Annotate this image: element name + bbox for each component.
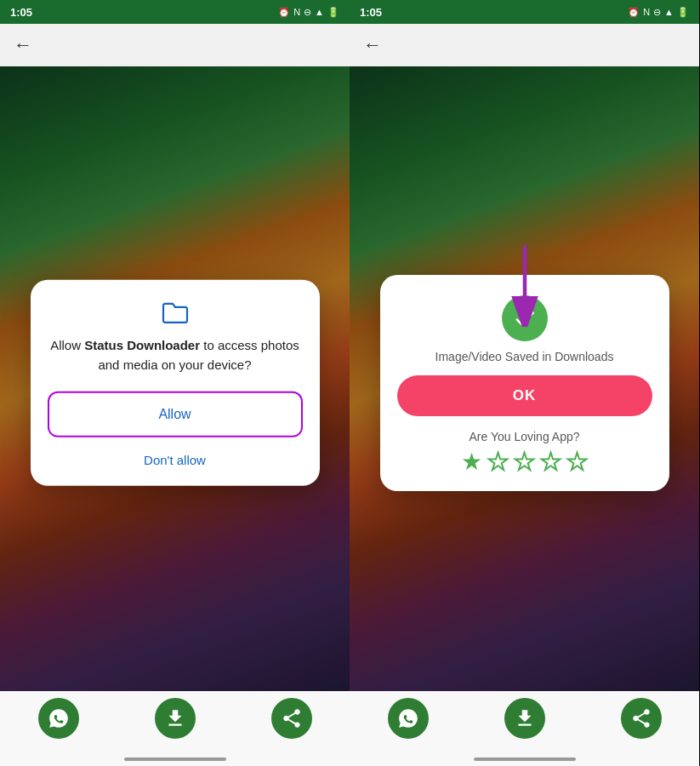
star-5[interactable]: ★ xyxy=(566,450,588,474)
nfc-icon-right: N xyxy=(643,7,650,17)
star-1[interactable]: ★ xyxy=(461,450,482,474)
dnd-icon-right: ⊖ xyxy=(653,7,661,18)
home-indicator-right xyxy=(350,752,699,766)
star-4[interactable]: ★ xyxy=(540,450,561,474)
phone-panel-left: 1:05 ⏰ N ⊖ ▲ 🔋 ← Allow Status Downloader… xyxy=(0,0,350,766)
home-bar-right xyxy=(474,757,576,761)
rating-section: Are You Loving App? ★ ★ ★ ★ ★ xyxy=(397,430,652,474)
alarm-icon-right: ⏰ xyxy=(628,7,640,18)
bottom-nav-right xyxy=(350,691,699,752)
battery-icon: 🔋 xyxy=(327,7,339,18)
battery-icon-right: 🔋 xyxy=(677,7,689,18)
download-icon-right xyxy=(514,707,536,729)
status-bar-right: 1:05 ⏰ N ⊖ ▲ 🔋 xyxy=(350,0,699,24)
success-dialog: Image/Video Saved in Downloads OK Are Yo… xyxy=(380,275,669,491)
wifi-icon: ▲ xyxy=(315,7,324,17)
saved-text: Image/Video Saved in Downloads xyxy=(397,350,652,363)
status-icons-left: ⏰ N ⊖ ▲ 🔋 xyxy=(278,7,339,18)
app-name-bold: Status Downloader xyxy=(84,338,200,352)
checkmark-icon xyxy=(512,306,538,331)
permission-dialog-title: Allow Status Downloader to access photos… xyxy=(48,336,303,374)
status-icons-right: ⏰ N ⊖ ▲ 🔋 xyxy=(628,7,689,18)
folder-icon-container xyxy=(48,300,303,324)
download-nav-button-left[interactable] xyxy=(155,698,196,739)
rating-label: Are You Loving App? xyxy=(397,430,652,443)
whatsapp-icon-left xyxy=(48,707,70,729)
ok-button[interactable]: OK xyxy=(397,375,652,416)
top-bar-left: ← xyxy=(0,24,350,66)
nfc-icon: N xyxy=(293,7,300,17)
content-area-left: Allow Status Downloader to access photos… xyxy=(0,66,350,691)
whatsapp-nav-button-left[interactable] xyxy=(38,698,79,739)
status-time-right: 1:05 xyxy=(360,6,382,19)
home-indicator-left xyxy=(0,752,350,766)
bottom-nav-left xyxy=(0,691,350,752)
back-button-left[interactable]: ← xyxy=(14,34,32,56)
whatsapp-icon-right xyxy=(397,707,419,729)
top-bar-right: ← xyxy=(350,24,699,66)
dnd-icon: ⊖ xyxy=(304,7,311,18)
stars-row[interactable]: ★ ★ ★ ★ ★ xyxy=(397,450,652,474)
content-area-right: Image/Video Saved in Downloads OK Are Yo… xyxy=(350,66,699,691)
share-nav-button-right[interactable] xyxy=(621,698,662,739)
star-2[interactable]: ★ xyxy=(487,450,509,474)
star-3[interactable]: ★ xyxy=(514,450,535,474)
share-nav-button-left[interactable] xyxy=(271,698,312,739)
success-icon-row xyxy=(397,295,652,341)
download-icon-left xyxy=(164,707,186,729)
phone-panel-right: 1:05 ⏰ N ⊖ ▲ 🔋 ← xyxy=(350,0,699,766)
status-time-left: 1:05 xyxy=(10,6,32,19)
whatsapp-nav-button-right[interactable] xyxy=(388,698,429,739)
home-bar-left xyxy=(124,757,226,761)
dont-allow-button[interactable]: Don't allow xyxy=(48,441,303,479)
download-nav-button-right[interactable] xyxy=(504,698,545,739)
alarm-icon: ⏰ xyxy=(278,7,290,18)
share-icon-left xyxy=(281,707,303,729)
wifi-icon-right: ▲ xyxy=(664,7,674,17)
back-button-right[interactable]: ← xyxy=(363,34,382,56)
permission-dialog: Allow Status Downloader to access photos… xyxy=(31,280,320,486)
status-bar-left: 1:05 ⏰ N ⊖ ▲ 🔋 xyxy=(0,0,350,24)
folder-icon xyxy=(162,300,189,324)
share-icon-right xyxy=(630,707,652,729)
allow-button[interactable]: Allow xyxy=(48,392,303,437)
green-check-circle xyxy=(502,295,548,341)
